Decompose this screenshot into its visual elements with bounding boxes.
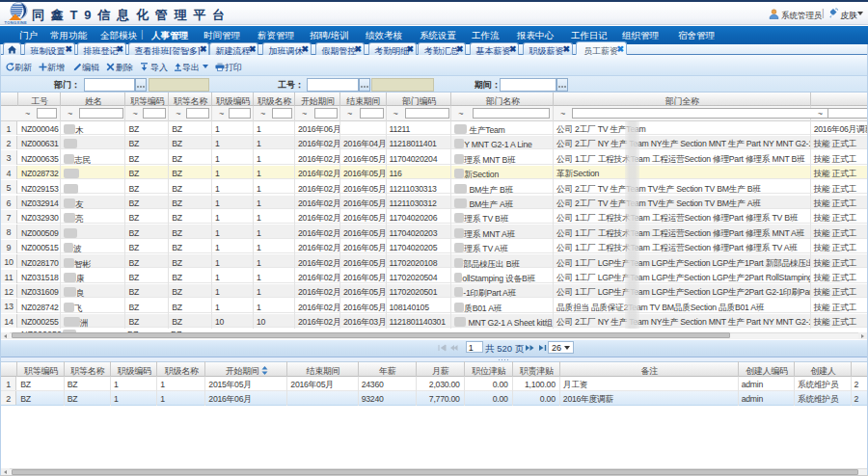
svg-text:TONGXINE: TONGXINE	[5, 20, 28, 25]
